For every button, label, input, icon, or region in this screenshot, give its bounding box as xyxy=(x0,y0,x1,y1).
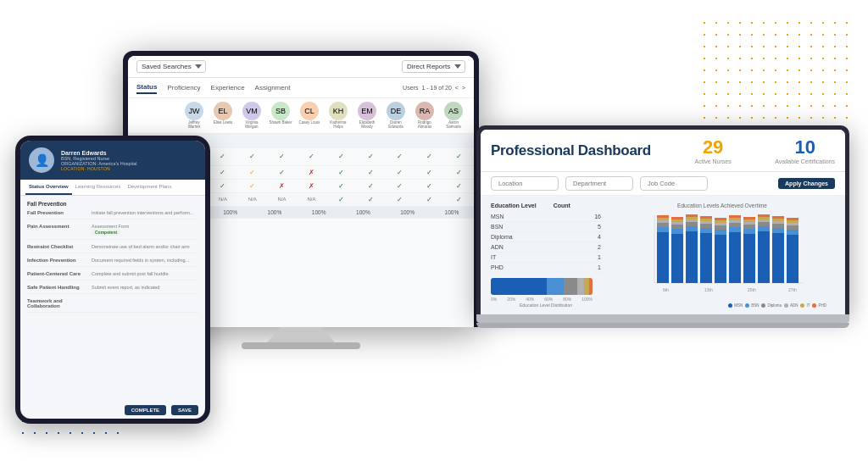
list-item: Fall Prevention Initiate fall prevention… xyxy=(27,210,198,219)
level-cell: Diploma xyxy=(491,234,513,240)
legend-label: MSN xyxy=(734,303,743,308)
dashboard-title: Professional Dashboard xyxy=(491,142,651,159)
avatar-item[interactable]: SB Shawn Baker xyxy=(269,102,292,130)
table-row: ADN 2 xyxy=(491,242,601,253)
item-detail: Complete and submit post fall huddle xyxy=(86,271,198,276)
svg-rect-44 xyxy=(758,231,770,283)
table-cell: ✓ xyxy=(237,180,267,192)
table-row: BSN 5 xyxy=(491,222,601,232)
nav-assignment[interactable]: Assignment xyxy=(255,82,291,93)
svg-rect-21 xyxy=(700,228,712,233)
stat-active-nurses: 29 Active Nurses xyxy=(695,136,732,164)
avatar: KH xyxy=(329,102,348,120)
save-button[interactable]: SAVE xyxy=(171,405,198,415)
monitor-toolbar: Saved Searches Direct Reports xyxy=(128,56,474,78)
avatar: VM xyxy=(242,102,261,120)
avatar: SB xyxy=(271,102,290,120)
table-cell: ✗ xyxy=(297,166,326,179)
legend-label: BSN xyxy=(751,303,759,308)
table-cell: ✗ xyxy=(297,180,326,192)
list-item: Restraint Checklist Demonstrate use of b… xyxy=(27,244,198,253)
table-cell: ✓ xyxy=(385,193,415,206)
avatar-item[interactable]: JW Jeffrey Warner xyxy=(182,102,206,130)
table-cell: ✓ xyxy=(326,193,356,206)
table-row: PHD 1 xyxy=(491,263,601,273)
bar-phd xyxy=(589,278,593,295)
svg-rect-40 xyxy=(743,225,755,229)
list-item: Teamwork and Collaboration xyxy=(27,298,198,313)
svg-rect-60 xyxy=(787,220,798,223)
nav-experience[interactable]: Experience xyxy=(211,82,245,93)
avatar-name: Jeffrey Warner xyxy=(182,121,206,130)
table-cell: ✓ xyxy=(326,166,356,179)
level-cell: PHD xyxy=(491,264,504,270)
svg-rect-55 xyxy=(772,216,784,219)
level-cell: IT xyxy=(491,254,496,260)
svg-rect-27 xyxy=(715,230,726,235)
apply-changes-button[interactable]: Apply Changes xyxy=(778,178,835,189)
stat-label: Active Nurses xyxy=(695,158,732,164)
prev-button[interactable]: < xyxy=(455,85,459,91)
item-label: Pain Assessment xyxy=(27,224,86,229)
table-cell: N/A xyxy=(267,194,297,204)
svg-rect-49 xyxy=(758,214,770,217)
education-table: Education Level Count MSN 16 BSN 5 Dip xyxy=(491,203,601,308)
avatar-item[interactable]: DE Darren Edwards xyxy=(384,102,408,130)
svg-rect-36 xyxy=(729,218,741,220)
tab-status-overview[interactable]: Status Overview xyxy=(25,180,72,195)
svg-rect-7 xyxy=(657,215,669,218)
nav-proficiency[interactable]: Proficiency xyxy=(167,82,200,93)
nav-status[interactable]: Status xyxy=(136,81,157,94)
svg-rect-24 xyxy=(700,219,712,221)
x-label: 100% xyxy=(581,297,593,302)
svg-rect-39 xyxy=(743,229,755,234)
svg-rect-53 xyxy=(772,221,784,224)
avatar-item[interactable]: CL Casey Louis xyxy=(298,102,321,130)
tab-development-plans[interactable]: Development Plans xyxy=(124,180,175,195)
table-cell: 100% xyxy=(253,207,297,218)
job-code-input[interactable] xyxy=(640,176,708,191)
legend-label: ADN xyxy=(790,303,798,308)
tab-learning-resources[interactable]: Learning Resources xyxy=(72,180,125,195)
item-label: Teamwork and Collaboration xyxy=(27,298,86,308)
table-cell: ✓ xyxy=(415,193,444,206)
next-button[interactable]: > xyxy=(462,85,465,91)
avatar-item[interactable]: VM Virginia Morgan xyxy=(240,102,264,130)
legend-item-adn: ADN xyxy=(784,303,798,308)
complete-button[interactable]: COMPLETE xyxy=(125,405,166,415)
svg-rect-9 xyxy=(671,229,683,234)
svg-rect-38 xyxy=(743,234,755,283)
chart-legend: MSN BSN Diploma xyxy=(609,303,835,308)
department-input[interactable] xyxy=(565,176,633,191)
svg-rect-61 xyxy=(787,218,798,220)
legend-color xyxy=(761,303,765,308)
avatar-item[interactable]: KH Katherine Helps xyxy=(326,102,350,130)
avatar-item[interactable]: AS Aaron Samuels xyxy=(442,102,465,130)
item-label: Restraint Checklist xyxy=(27,244,86,249)
table-cell: ✓ xyxy=(267,150,297,163)
svg-text:27th: 27th xyxy=(788,287,797,292)
table-cell: N/A xyxy=(297,194,326,204)
avatar-item[interactable]: RA Rodrigo Almaras xyxy=(413,102,437,130)
avatar-item[interactable]: EL Elise Lewis xyxy=(211,102,235,130)
svg-rect-42 xyxy=(743,219,755,222)
direct-reports-dropdown[interactable]: Direct Reports xyxy=(402,60,465,73)
svg-rect-37 xyxy=(729,215,741,218)
avatar-name: Darren Edwards xyxy=(384,121,408,130)
laptop-device: Professional Dashboard 29 Active Nurses … xyxy=(476,125,849,328)
bar-x-labels: 0% 20% 40% 60% 80% 100% xyxy=(491,297,593,302)
x-label: 60% xyxy=(544,297,553,302)
laptop-top-bar: Professional Dashboard 29 Active Nurses … xyxy=(481,130,845,172)
location-input[interactable] xyxy=(491,176,559,191)
avatar-name: Casey Louis xyxy=(298,121,321,125)
legend-color xyxy=(800,303,804,308)
legend-label: PHD xyxy=(818,303,826,308)
stacked-bar-chart xyxy=(491,278,593,295)
saved-searches-dropdown[interactable]: Saved Searches xyxy=(136,60,206,73)
table-cell: ✓ xyxy=(326,150,356,163)
legend-color xyxy=(812,303,816,308)
table-cell: ✓ xyxy=(444,166,474,179)
table-cell: ✓ xyxy=(267,166,297,179)
avatar-item[interactable]: EM Elizabeth Moody xyxy=(355,102,379,130)
svg-rect-35 xyxy=(729,220,741,223)
